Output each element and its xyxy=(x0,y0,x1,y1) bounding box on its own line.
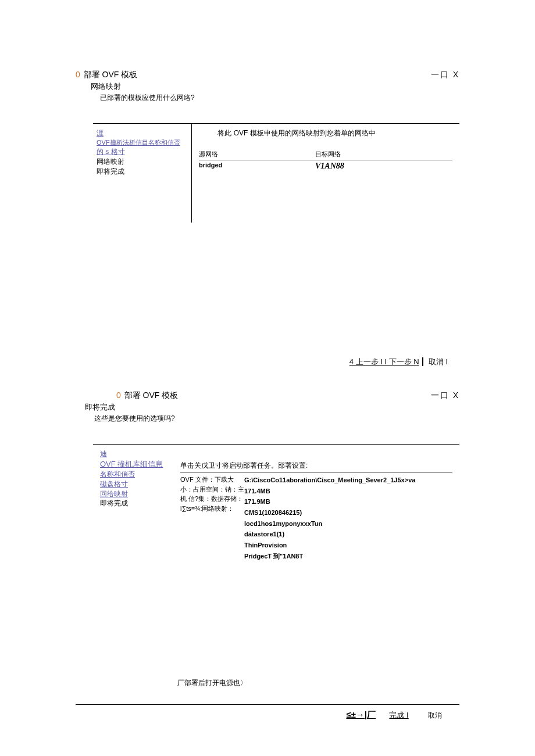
deploy-ovf-window-2: 0 部署 OVF 模板 一口 X 即将完成 这些是您要使用的选项吗? 迪 OVF… xyxy=(76,390,459,721)
instruction-text: 将此 OVF 模板申使用的网络映射到您着单的网络中 xyxy=(141,128,452,138)
window-header: 0 部署 OVF 模板 一口 X xyxy=(76,70,459,80)
window-controls[interactable]: 一口 X xyxy=(431,390,459,401)
sidebar-item-disk-format[interactable]: 磁盘格寸 xyxy=(100,479,177,489)
section-description: 这些是您要使用的选项吗? xyxy=(94,414,459,424)
back-next-buttons[interactable]: 4 上一步 I I 下一步 N xyxy=(349,357,419,366)
section-description: 已部署的模板应使用什么网络? xyxy=(100,93,459,103)
header-target-network: 目标网络 xyxy=(315,150,431,159)
wizard-sidebar: 迪 OVF 撞机库细信息 名称和俏否 磁盘格寸 回给映射 即将完成 xyxy=(93,445,180,693)
window-title: 0 部署 OVF 模板 xyxy=(116,390,178,401)
value-host: locd1hos1myponyxxxTun xyxy=(244,518,452,529)
main-panel: 单击关戊卫寸将启动部署任务。部署设置: OVF 文件：下载大小：占用空间：钠：主… xyxy=(180,445,459,693)
content-area: 迪 OVF 撞机库细信息 名称和俏否 磁盘格寸 回给映射 即将完成 单击关戊卫寸… xyxy=(93,444,459,693)
value-name: CMS1(1020846215) xyxy=(244,507,452,518)
value-ovf-file: G:\CiscoCo11aboration\Cisco_Meeting_Seve… xyxy=(244,475,452,486)
app-icon: 0 xyxy=(76,70,80,79)
sidebar-item-ready: 即将完成 xyxy=(100,499,177,508)
title-text: 部署 OVF 模板 xyxy=(84,70,138,79)
separator-icon: | xyxy=(422,356,424,366)
main-panel: 将此 OVF 模板申使用的网络映射到您着单的网络中 源网络 目标网络 bridg… xyxy=(192,124,459,223)
back-button[interactable]: ≤±→|厂 xyxy=(346,710,376,719)
sidebar-item-ovf-details[interactable]: OVF撞析法析信目名称和信否 xyxy=(97,138,188,147)
instruction-text: 单击关戊卫寸将启动部署任务。部署设置: xyxy=(180,461,452,471)
network-table-header: 源网络 目标网络 xyxy=(199,150,452,160)
source-network-value: bridged xyxy=(199,162,315,171)
value-download-size: 171.4MB xyxy=(244,486,452,497)
finish-button[interactable]: 完成 I xyxy=(389,711,408,719)
cancel-button[interactable]: 取消 xyxy=(428,711,442,719)
value-datastore: dātastore1(1) xyxy=(244,529,452,540)
network-table-row[interactable]: bridged V1AN88 xyxy=(199,160,452,171)
deploy-ovf-window-1: 0 部署 OVF 模板 一口 X 网络映射 已部署的模板应使用什么网络? 涯 O… xyxy=(76,70,459,367)
sidebar-item-ovf-details[interactable]: OVF 撞机库细信息 xyxy=(100,459,177,470)
section-title: 即将完成 xyxy=(85,402,459,413)
sidebar-item-ready: 即将完成 xyxy=(97,167,188,177)
target-network-value[interactable]: V1AN88 xyxy=(315,162,431,171)
content-area: 涯 OVF撞析法析信目名称和信否 的 s 格寸 网络映射 即将完成 将此 OVF… xyxy=(93,123,459,223)
sidebar-item-disk-format[interactable]: 的 s 格寸 xyxy=(97,147,188,157)
window-controls[interactable]: 一口 X xyxy=(431,70,459,80)
settings-values: G:\CiscoCo11aboration\Cisco_Meeting_Seve… xyxy=(244,475,452,562)
section-title: 网络映射 xyxy=(91,81,459,92)
title-text: 部署 OVF 模板 xyxy=(124,390,179,400)
sidebar-item-network-mapping: 网络映射 xyxy=(97,157,188,167)
wizard-sidebar: 涯 OVF撞析法析信目名称和信否 的 s 格寸 网络映射 即将完成 xyxy=(93,124,192,223)
footer-buttons: 4 上一步 I I 下一步 N| 取消 I xyxy=(76,356,448,367)
app-icon: 0 xyxy=(116,390,121,400)
settings-labels: OVF 文件：下载大小：占用空间：钠：主机 信?集：数据存储：i∑ts≡¾:网络… xyxy=(180,475,244,562)
sidebar-item-name-location[interactable]: 名称和俏否 xyxy=(100,470,177,479)
value-disk-size: 171.9MB xyxy=(244,496,452,507)
value-network-map: PridgecT 到"1AN8T xyxy=(244,551,452,562)
window-title: 0 部署 OVF 模板 xyxy=(76,70,137,80)
footer-bar: ≤±→|厂 完成 I 取消 xyxy=(76,704,459,721)
window-header: 0 部署 OVF 模板 一口 X xyxy=(116,390,459,401)
power-on-checkbox[interactable]: 厂部署后打开电源也〉 xyxy=(177,678,452,688)
settings-summary: OVF 文件：下载大小：占用空间：钠：主机 信?集：数据存储：i∑ts≡¾:网络… xyxy=(180,472,452,562)
header-source-network: 源网络 xyxy=(199,150,315,159)
sidebar-item-network-mapping[interactable]: 回给映射 xyxy=(100,489,177,499)
value-provision: ThinProvision xyxy=(244,540,452,551)
sidebar-item-source[interactable]: 迪 xyxy=(100,449,177,459)
cancel-button[interactable]: 取消 I xyxy=(429,357,448,366)
